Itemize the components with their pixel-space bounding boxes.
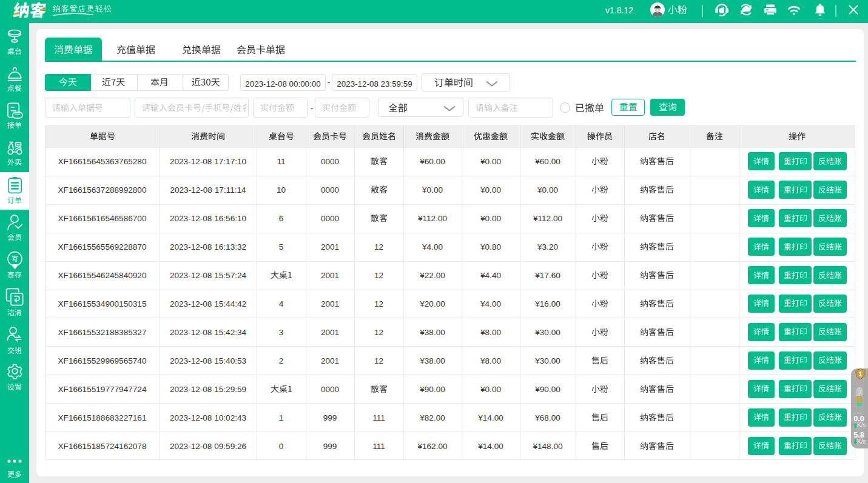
svg-text:1: 1 — [859, 370, 863, 378]
